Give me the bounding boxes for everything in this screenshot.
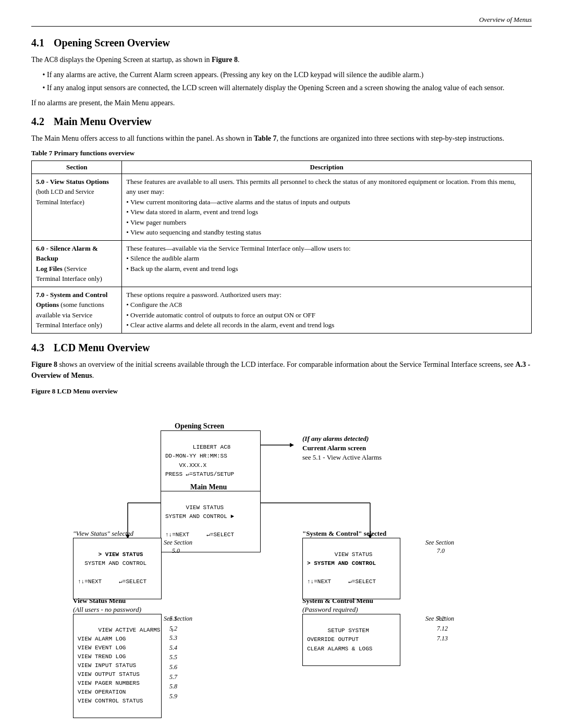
section41-bullet2: If any analog input sensors are connecte… <box>47 82 532 93</box>
table-cell-desc-2: These features—available via the Service… <box>122 240 532 287</box>
section42-body: The Main Menu offers access to all funct… <box>31 133 532 144</box>
page-header: Overview of Menus <box>31 16 532 27</box>
table-cell-desc-3: These options require a password. Author… <box>122 287 532 333</box>
system-control-selected-text: VIEW STATUS > SYSTEM AND CONTROL ↑↓=NEXT… <box>307 551 376 585</box>
section43-body: Figure 8 shows an overview of the initia… <box>31 359 532 381</box>
table-cell-section-3: 7.0 - System and ControlOptions (some fu… <box>32 287 122 333</box>
section42-title: 4.2Main Menu Overview <box>31 116 532 128</box>
table-row: 7.0 - System and ControlOptions (some fu… <box>32 287 532 333</box>
section41-footer: If no alarms are present, the Main Menu … <box>31 97 532 108</box>
table-cell-desc-1: These features are available to all user… <box>122 174 532 240</box>
section41-bullets: If any alarms are active, the Current Al… <box>47 69 532 93</box>
view-status-selected-lcd: > VIEW STATUS SYSTEM AND CONTROL ↑↓=NEXT… <box>73 538 162 599</box>
opening-screen-lcd-text: LIEBERT AC8 DD-MON-YY HR:MM:SS VX.XXX.X … <box>165 444 234 478</box>
view-status-menu-text: VIEW ACTIVE ALARMS ↓ VIEW ALARM LOG VIEW… <box>78 627 174 704</box>
alarm-label3: see 5.1 - View Active Alarms <box>302 453 382 462</box>
table-cell-section-2: 6.0 - Silence Alarm & BackupLog Files (S… <box>32 240 122 287</box>
see-section-left-bottom: See Section <box>164 615 192 623</box>
alarm-label1: (If any alarms detected) <box>302 435 369 443</box>
see-section-right: See Section <box>425 539 454 547</box>
table-row: 5.0 - View Status Options (both LCD and … <box>32 174 532 240</box>
view-status-menu-sub: (All users - no password) <box>73 606 141 614</box>
main-menu-lcd-text: VIEW STATUS SYSTEM AND CONTROL ► ↑↓=NEXT… <box>165 504 234 538</box>
figure-caption: Figure 8 LCD Menu overview <box>31 386 532 397</box>
figure-section: Figure 8 LCD Menu overview <box>31 386 532 729</box>
table-header-section: Section <box>32 161 122 174</box>
header-text: Overview of Menus <box>479 16 532 23</box>
system-control-selected-lcd: VIEW STATUS > SYSTEM AND CONTROL ↑↓=NEXT… <box>302 538 400 599</box>
alarm-label2: Current Alarm screen <box>302 444 366 452</box>
section41-title: 4.1Opening Screen Overview <box>31 37 532 49</box>
view-status-selected-label: "View Status" selected <box>73 529 133 538</box>
system-control-menu-lcd: SETUP SYSTEM OVERRIDE OUTPUT CLEAR ALARM… <box>302 614 400 666</box>
main-menu-label: Main Menu <box>190 483 227 491</box>
system-control-menu-label: System & Control Menu <box>302 597 373 605</box>
system-control-sections: 7.27.127.13 <box>437 614 448 644</box>
section-70: 7.0 <box>437 547 445 555</box>
section-50: 5.0 <box>172 547 180 555</box>
system-control-menu-sub: (Password required) <box>302 606 358 614</box>
view-status-selected-text: > VIEW STATUS SYSTEM AND CONTROL ↑↓=NEXT… <box>78 551 146 585</box>
see-section-left: See Section <box>164 539 192 547</box>
view-status-sections: 5.15.25.35.45.55.65.75.85.9 <box>169 614 177 701</box>
opening-screen-label: Opening Screen <box>175 422 224 430</box>
system-control-selected-label: "System & Control" selected <box>302 529 386 538</box>
table-row: 6.0 - Silence Alarm & BackupLog Files (S… <box>32 240 532 287</box>
svg-marker-9 <box>290 443 294 447</box>
table-cell-section-1: 5.0 - View Status Options (both LCD and … <box>32 174 122 240</box>
system-control-menu-text: SETUP SYSTEM OVERRIDE OUTPUT CLEAR ALARM… <box>307 627 372 652</box>
primary-functions-table: Section Description 5.0 - View Status Op… <box>31 161 532 334</box>
table-header-description: Description <box>122 161 532 174</box>
view-status-menu-label: View Status Menu <box>73 597 126 605</box>
section41-body: The AC8 displays the Opening Screen at s… <box>31 54 532 65</box>
opening-screen-lcd: LIEBERT AC8 DD-MON-YY HR:MM:SS VX.XXX.X … <box>161 430 261 492</box>
view-status-menu-lcd: VIEW ACTIVE ALARMS ↓ VIEW ALARM LOG VIEW… <box>73 614 162 718</box>
section41-bullet1: If any alarms are active, the Current Al… <box>47 69 532 80</box>
diagram-container: Opening Screen LIEBERT AC8 DD-MON-YY HR:… <box>47 402 516 728</box>
table-caption: Table 7 Primary functions overview <box>31 148 532 158</box>
section43-title: 4.3LCD Menu Overview <box>31 342 532 354</box>
